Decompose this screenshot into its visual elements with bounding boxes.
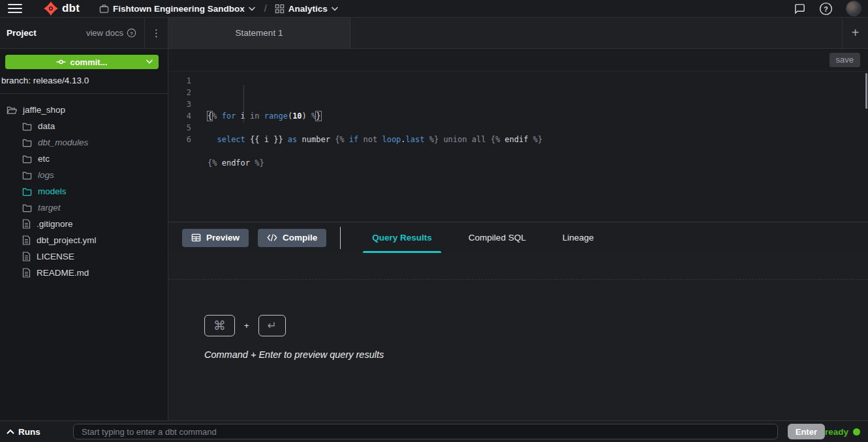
svg-text:?: ?	[130, 31, 133, 37]
line-number: 3	[168, 98, 202, 110]
account-picker[interactable]: Fishtown Engineering Sandbox	[99, 4, 255, 14]
tree-item-label: README.md	[37, 268, 89, 278]
enter-button[interactable]: Enter	[788, 424, 825, 439]
status-label: ready	[825, 427, 848, 437]
code-icon	[267, 233, 277, 242]
svg-text:?: ?	[824, 5, 828, 12]
new-tab-button[interactable]: +	[842, 18, 868, 48]
indent-guide	[243, 85, 244, 123]
save-button[interactable]: save	[829, 53, 860, 67]
tab-lineage[interactable]: Lineage	[559, 222, 598, 253]
compile-button[interactable]: Compile	[258, 229, 326, 247]
file-icon	[22, 219, 31, 229]
tree-item-target[interactable]: target	[0, 199, 168, 216]
branch-label: branch: release/4.13.0	[0, 69, 168, 93]
folder-icon	[22, 187, 32, 196]
chevron-up-icon	[7, 429, 14, 434]
sidebar: Project view docs ? ⋮ commit...	[0, 18, 168, 420]
folder-icon	[22, 155, 32, 164]
commit-button[interactable]: commit...	[5, 55, 159, 69]
user-avatar[interactable]	[846, 1, 861, 16]
tree-item-label: models	[38, 186, 67, 196]
file-icon	[22, 235, 31, 245]
git-commit-icon	[56, 58, 66, 66]
help-icon[interactable]: ?	[819, 2, 833, 16]
briefcase-icon	[99, 4, 109, 14]
table-icon	[191, 233, 201, 243]
chevron-down-icon	[146, 57, 153, 66]
project-picker[interactable]: Analytics	[275, 4, 338, 14]
tree-item-dbt-modules[interactable]: dbt_modules	[0, 134, 168, 151]
code-editor[interactable]: 123456 {% for i in range(10) %} select {…	[168, 72, 868, 222]
tree-item-label: jaffle_shop	[23, 105, 65, 115]
account-name: Fishtown Engineering Sandbox	[113, 4, 245, 14]
tab-spacer	[350, 18, 842, 48]
commit-label: commit...	[70, 57, 107, 67]
top-bar: dbt Fishtown Engineering Sandbox / Analy…	[0, 0, 868, 18]
tree-item-label: dbt_modules	[38, 138, 88, 147]
tree-item-dbt-project-yml[interactable]: dbt_project.yml	[0, 232, 168, 248]
dbt-logo-icon	[43, 1, 59, 16]
preview-button[interactable]: Preview	[182, 229, 249, 247]
code-line: select {{ i }} as number {% if not loop.…	[208, 134, 542, 145]
dbt-logo[interactable]: dbt	[43, 1, 80, 16]
tree-item-label: data	[38, 121, 55, 131]
results-subheader	[168, 253, 868, 280]
sidebar-menu-icon[interactable]: ⋮	[144, 18, 168, 48]
view-docs-link[interactable]: view docs ?	[86, 28, 144, 38]
tree-item-label: target	[38, 203, 61, 213]
tree-item-jaffle-shop[interactable]: jaffle_shop	[0, 102, 168, 118]
folder-icon	[22, 122, 32, 131]
plus-separator: +	[244, 321, 249, 331]
tree-item-label: .gitignore	[37, 219, 73, 229]
sidebar-title: Project	[7, 28, 37, 38]
tab-query-results[interactable]: Query Results	[368, 222, 436, 253]
tree-item-label: etc	[38, 154, 50, 164]
code-line	[208, 122, 542, 134]
tree-item--gitignore[interactable]: .gitignore	[0, 216, 168, 232]
folder-open-icon	[7, 106, 17, 115]
status-indicator: ready	[825, 427, 863, 437]
chat-icon[interactable]	[794, 3, 806, 15]
code-line: {% for i in range(10) %}	[208, 110, 542, 122]
results-toolbar: Preview Compile Query ResultsCompiled SQ…	[168, 222, 868, 253]
enter-key-icon: ↵	[258, 315, 286, 336]
tree-item-logs[interactable]: logs	[0, 167, 168, 183]
editor-tab-bar: Statement 1 +	[168, 18, 868, 49]
tree-item-label: dbt_project.yml	[37, 235, 97, 245]
editor-gutter: 123456	[168, 72, 202, 222]
tree-item-license[interactable]: LICENSE	[0, 248, 168, 265]
code-line	[208, 145, 542, 157]
line-number: 5	[168, 122, 202, 134]
tree-item-label: logs	[38, 170, 54, 180]
view-docs-label: view docs	[86, 28, 123, 38]
plus-icon: +	[852, 25, 860, 40]
editor-scrollbar[interactable]	[865, 73, 867, 109]
tree-item-data[interactable]: data	[0, 118, 168, 134]
editor-toolbar: save	[168, 49, 868, 72]
dbt-command-input[interactable]	[73, 424, 778, 439]
chevron-down-icon	[332, 7, 338, 11]
results-body: ⌘ + ↵ Command + Enter to preview query r…	[168, 280, 868, 420]
tree-item-models[interactable]: models	[0, 183, 168, 199]
line-number: 2	[168, 87, 202, 98]
folder-icon	[22, 203, 32, 213]
status-dot-icon	[853, 428, 860, 435]
hamburger-menu-icon[interactable]	[8, 4, 22, 13]
tab-compiled-sql[interactable]: Compiled SQL	[465, 222, 530, 253]
runs-toggle[interactable]: Runs	[5, 427, 73, 437]
line-number: 1	[168, 75, 202, 87]
results-panel: Preview Compile Query ResultsCompiled SQ…	[168, 222, 868, 420]
tab-statement-1[interactable]: Statement 1	[168, 18, 350, 48]
tree-item-label: LICENSE	[37, 252, 74, 261]
file-tree: jaffle_shopdatadbt_modulesetclogsmodelst…	[0, 94, 168, 281]
toolbar-divider	[340, 227, 341, 249]
tree-item-readme-md[interactable]: README.md	[0, 265, 168, 281]
chevron-down-icon	[249, 7, 255, 11]
code-line	[208, 169, 542, 181]
preview-hint-text: Command + Enter to preview query results	[204, 349, 384, 360]
folder-icon	[22, 138, 32, 147]
help-circle-icon: ?	[127, 28, 136, 38]
tree-item-etc[interactable]: etc	[0, 151, 168, 167]
code-lines: {% for i in range(10) %} select {{ i }} …	[202, 72, 542, 222]
